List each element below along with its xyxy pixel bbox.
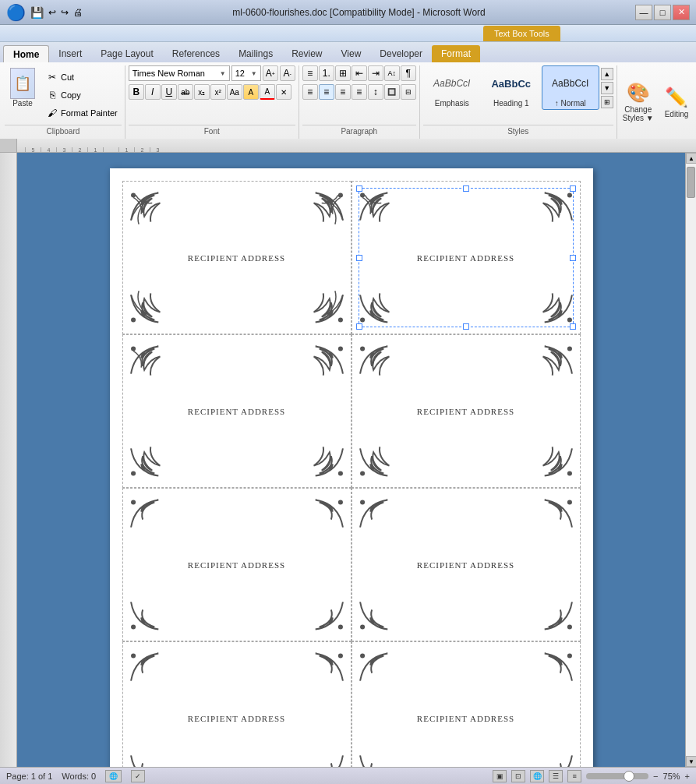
align-right-button[interactable]: ≡ [335,84,351,100]
font-grow-button[interactable]: A+ [263,65,278,81]
label-cell-8[interactable]: RECIPIENT ADDRESS [352,641,581,767]
full-screen-button[interactable]: ⊡ [511,770,525,782]
decrease-indent-button[interactable]: ⇤ [352,65,367,81]
font-color-button[interactable]: A [260,84,275,100]
increase-indent-button[interactable]: ⇥ [368,65,383,81]
scroll-up-button[interactable]: ▲ [686,153,696,164]
superscript-button[interactable]: x² [210,84,226,100]
ruler-area: 5 4 3 2 1 1 2 3 [0,139,696,153]
styles-scroll-arrows: ▲ ▼ ⊞ [601,68,613,108]
clear-formatting-button[interactable]: ✕ [276,84,291,100]
label-cell-4[interactable]: RECIPIENT ADDRESS [352,334,581,488]
style-heading1-name: Heading 1 [493,99,529,108]
styles-scroll-down[interactable]: ▼ [601,82,613,94]
align-left-button[interactable]: ≡ [302,84,318,100]
line-spacing-button[interactable]: ↕ [368,84,383,100]
styles-scroll-up[interactable]: ▲ [601,68,613,80]
zoom-minus[interactable]: − [653,772,658,781]
text-highlight-button[interactable]: A [243,84,259,100]
font-size-dropdown[interactable]: 12 ▼ [231,65,261,81]
justify-button[interactable]: ≡ [352,84,367,100]
quick-access-save[interactable]: 💾 [30,6,44,19]
ruler-mark: 3 [56,147,72,152]
word-logo-icon[interactable]: 🔵 [6,3,26,22]
tab-review[interactable]: Review [282,45,331,62]
svg-point-9 [337,346,342,351]
tab-mailings[interactable]: Mailings [229,45,282,62]
ruler-mark: 4 [41,147,56,152]
vertical-scrollbar[interactable]: ▲ ▼ [685,153,696,767]
styles-expand[interactable]: ⊞ [601,96,613,108]
font-name-arrow: ▼ [220,70,226,77]
language-button[interactable]: 🌐 [105,770,122,782]
change-styles-button[interactable]: 🎨 ChangeStyles ▼ [617,65,659,139]
style-emphasis-preview: AaBbCcI [429,68,475,99]
zoom-thumb[interactable] [624,771,634,782]
format-painter-button[interactable]: 🖌 Format Painter [42,104,122,122]
tab-view[interactable]: View [332,45,371,62]
paste-button[interactable]: 📋 Paste [5,65,41,110]
svg-point-5 [567,192,571,197]
style-normal[interactable]: AaBbCcI ↑ Normal [542,65,599,110]
zoom-plus[interactable]: + [685,772,690,781]
tab-developer[interactable]: Developer [370,45,432,62]
font-shrink-button[interactable]: A- [280,65,295,81]
sort-button[interactable]: A↕ [384,65,400,81]
italic-button[interactable]: I [145,84,161,100]
quick-access-print[interactable]: 🖨 [73,7,83,18]
quick-access-undo[interactable]: ↩ [48,7,56,18]
draft-button[interactable]: ≡ [567,770,581,782]
show-marks-button[interactable]: ¶ [401,65,416,81]
tab-references[interactable]: References [163,45,229,62]
label-cell-2[interactable]: RECIPIENT ADDRESS [352,181,581,334]
document-area: RECIPIENT ADDRESS [0,153,696,767]
scroll-down-button[interactable]: ▼ [686,756,696,767]
border-button[interactable]: ⊟ [401,84,416,100]
underline-button[interactable]: U [161,84,177,100]
label-cell-5[interactable]: RECIPIENT ADDRESS [122,488,352,641]
print-layout-button[interactable]: ▣ [493,770,507,782]
web-layout-button[interactable]: 🌐 [530,770,544,782]
label-cell-7[interactable]: RECIPIENT ADDRESS [122,641,352,767]
ribbon-content: 📋 Paste ✂ Cut ⎘ Copy 🖌 Format Painter Cl… [0,62,696,139]
tab-format[interactable]: Format [432,45,480,62]
subscript-button[interactable]: x₂ [194,84,210,100]
minimize-button[interactable]: — [635,5,652,20]
tab-home[interactable]: Home [3,45,49,62]
tab-insert[interactable]: Insert [49,45,91,62]
zoom-slider[interactable] [586,773,648,779]
cut-label: Cut [61,72,74,82]
numbering-button[interactable]: 1. [319,65,334,81]
style-heading1[interactable]: AaBbCc Heading 1 [482,65,540,110]
spell-check-icon[interactable]: ✓ [131,770,145,782]
styles-list: AaBbCcI Emphasis AaBbCc Heading 1 AaBbCc… [423,65,613,110]
style-emphasis[interactable]: AaBbCcI Emphasis [423,65,481,110]
quick-access-redo[interactable]: ↪ [61,7,69,18]
center-button[interactable]: ≡ [319,84,334,100]
font-name-dropdown[interactable]: Times New Roman ▼ [129,65,230,81]
document-canvas[interactable]: RECIPIENT ADDRESS [17,153,685,767]
tab-page-layout[interactable]: Page Layout [91,45,162,62]
copy-button[interactable]: ⎘ Copy [42,87,122,104]
label-cell-1[interactable]: RECIPIENT ADDRESS [122,181,352,334]
label-text-5: RECIPIENT ADDRESS [157,560,316,570]
editing-button[interactable]: ✏️ Editing [659,65,694,139]
scroll-thumb[interactable] [687,167,695,198]
styles-group-content: AaBbCcI Emphasis AaBbCc Heading 1 AaBbCc… [423,65,613,123]
label-cell-6[interactable]: RECIPIENT ADDRESS [352,488,581,641]
shading-button[interactable]: 🔲 [384,84,400,100]
title-bar-left: 🔵 💾 ↩ ↪ 🖨 [6,3,83,22]
maximize-button[interactable]: □ [654,5,671,20]
close-button[interactable]: ✕ [673,5,690,20]
label-cell-3[interactable]: RECIPIENT ADDRESS [122,334,352,488]
multilevel-button[interactable]: ⊞ [335,65,351,81]
text-box-tools-tab[interactable]: Text Box Tools [483,26,560,41]
bullets-button[interactable]: ≡ [302,65,318,81]
horizontal-ruler: 5 4 3 2 1 1 2 3 [17,139,696,153]
outline-button[interactable]: ☰ [549,770,563,782]
svg-point-20 [360,500,365,504]
bold-button[interactable]: B [129,84,144,100]
change-case-button[interactable]: Aa [227,84,242,100]
cut-button[interactable]: ✂ Cut [42,69,122,86]
strikethrough-button[interactable]: ab [178,84,193,100]
